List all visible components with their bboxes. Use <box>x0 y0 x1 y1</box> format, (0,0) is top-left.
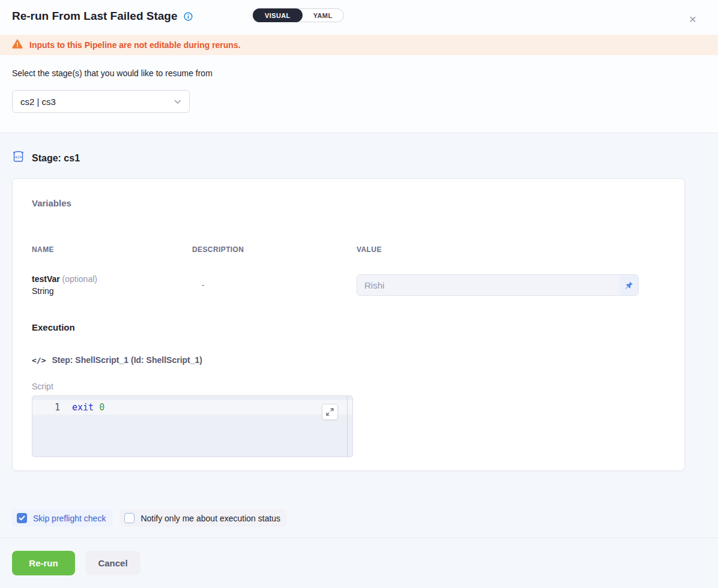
modal-header: Re-run From Last Failed Stage VISUAL YAM… <box>0 0 718 35</box>
modal-title-text: Re-run From Last Failed Stage <box>12 10 178 23</box>
rerun-button[interactable]: Re-run <box>12 551 75 575</box>
svg-text:</>: </> <box>15 155 22 160</box>
stage-heading-text: Stage: cs1 <box>32 153 80 164</box>
variables-section-title: Variables <box>32 198 665 208</box>
close-icon[interactable]: × <box>686 12 699 25</box>
stage-select-label: Select the stage(s) that you would like … <box>12 68 706 78</box>
variable-value-cell <box>357 274 639 296</box>
code-keyword: exit <box>72 402 94 413</box>
actions-row: Re-run Cancel <box>12 551 718 575</box>
cancel-button[interactable]: Cancel <box>85 551 140 575</box>
tab-yaml[interactable]: YAML <box>303 8 343 22</box>
variable-name: testVar <box>32 274 60 284</box>
options-row: Skip preflight check Notify only me abou… <box>12 509 718 527</box>
code-line: 1 exit 0 <box>32 400 352 415</box>
execution-section-title: Execution <box>32 322 665 332</box>
modal-top-section: Re-run From Last Failed Stage VISUAL YAM… <box>0 0 718 133</box>
column-header-name: NAME <box>32 245 192 254</box>
stage-select-dropdown[interactable]: cs2 | cs3 <box>12 90 190 113</box>
stage-icon: </> <box>12 151 25 166</box>
warning-icon <box>12 39 23 51</box>
variable-description: - <box>192 280 357 290</box>
table-row: testVar (optional) String - <box>32 274 665 296</box>
chevron-down-icon <box>174 96 181 107</box>
tab-visual[interactable]: VISUAL <box>253 8 303 22</box>
column-header-description: DESCRIPTION <box>192 245 357 254</box>
variable-name-cell: testVar (optional) String <box>32 274 192 296</box>
page-title: Re-run From Last Failed Stage <box>12 10 193 23</box>
variable-type: String <box>32 286 192 296</box>
visual-yaml-toggle: VISUAL YAML <box>253 8 344 22</box>
variable-optional-tag: (optional) <box>62 274 97 284</box>
editor-scrollbar[interactable] <box>347 396 348 457</box>
modal-body: </> Stage: cs1 Variables NAME DESCRIPTIO… <box>0 133 718 575</box>
notify-only-me-checkbox[interactable]: Notify only me about execution status <box>119 509 287 527</box>
skip-preflight-label: Skip preflight check <box>33 514 106 523</box>
warning-banner: Inputs to this Pipeline are not editable… <box>0 35 718 55</box>
column-header-value: VALUE <box>357 245 665 254</box>
expand-icon[interactable] <box>322 404 338 420</box>
stage-select-value: cs2 | cs3 <box>20 97 56 107</box>
variable-value-input[interactable] <box>357 274 639 296</box>
step-label: Step: ShellScript_1 (Id: ShellScript_1) <box>52 355 202 365</box>
line-number: 1 <box>32 402 60 413</box>
stage-card: Variables NAME DESCRIPTION VALUE testVar… <box>12 178 685 471</box>
checkbox-unchecked-icon[interactable] <box>124 513 134 523</box>
footer-divider <box>0 538 718 538</box>
notify-only-me-label: Notify only me about execution status <box>140 514 280 523</box>
script-field-label: Script <box>32 382 665 391</box>
pin-icon[interactable] <box>620 275 638 295</box>
code-icon: </> <box>32 356 46 365</box>
info-icon[interactable] <box>184 12 193 21</box>
stage-select-section: Select the stage(s) that you would like … <box>0 55 718 133</box>
skip-preflight-checkbox[interactable]: Skip preflight check <box>12 509 112 527</box>
script-code-editor[interactable]: 1 exit 0 <box>32 395 353 457</box>
warning-text: Inputs to this Pipeline are not editable… <box>29 40 241 50</box>
code-argument: 0 <box>99 402 104 413</box>
step-heading: </> Step: ShellScript_1 (Id: ShellScript… <box>32 355 665 365</box>
variables-table-header: NAME DESCRIPTION VALUE <box>32 245 665 254</box>
stage-heading: </> Stage: cs1 <box>12 133 718 166</box>
checkbox-checked-icon[interactable] <box>17 513 27 523</box>
